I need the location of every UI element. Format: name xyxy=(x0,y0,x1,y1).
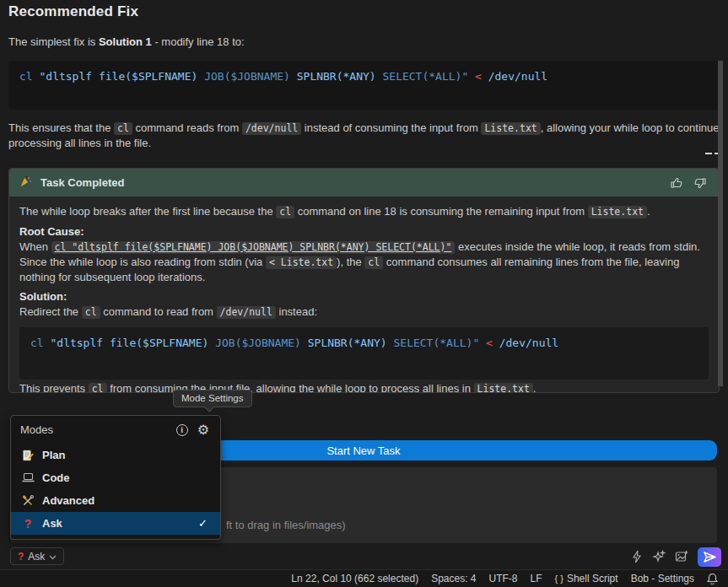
thumbs-up-button[interactable] xyxy=(668,175,685,191)
app-window: Recommended Fix The simplest fix is Solu… xyxy=(0,0,728,587)
notifications-button[interactable] xyxy=(707,573,718,584)
language-status[interactable]: { } Shell Script xyxy=(555,573,618,584)
send-button[interactable] xyxy=(698,547,721,567)
gear-icon: ⚙ xyxy=(197,423,209,437)
cursor-position-status[interactable]: Ln 22, Col 10 (662 selected) xyxy=(291,573,418,584)
modes-info-button[interactable]: i xyxy=(175,423,190,438)
task-completed-header: Task Completed xyxy=(9,169,719,197)
root-cause-paragraph: When cl "dltsplf file($SPLFNAME) JOB($JO… xyxy=(19,240,709,284)
mode-item-label: Code xyxy=(42,471,70,484)
mode-item-plan[interactable]: Plan xyxy=(11,444,220,466)
root-cause-label: Root Cause: xyxy=(19,225,709,238)
solution-paragraph: Redirect the cl command to read from /de… xyxy=(19,304,709,320)
mode-selector-label: Ask xyxy=(28,551,45,563)
indentation-status[interactable]: Spaces: 4 xyxy=(431,573,476,584)
composer-toolbar: ? Ask xyxy=(10,547,721,567)
task-paragraph: The while loop breaks after the first li… xyxy=(19,204,709,219)
party-popper-icon xyxy=(19,175,33,191)
bell-icon xyxy=(707,573,718,584)
mode-item-ask[interactable]: ? Ask ✓ xyxy=(11,512,220,535)
prevents-paragraph: This prevents cl from consuming the inpu… xyxy=(19,381,709,393)
mode-selector-button[interactable]: ? Ask xyxy=(10,547,64,565)
vertical-scrollbar[interactable] xyxy=(718,61,723,386)
intro-paragraph: The simplest fix is Solution 1 - modify … xyxy=(8,35,720,49)
braces-icon: { } xyxy=(555,574,564,584)
task-completed-title: Task Completed xyxy=(40,176,124,189)
checkmark-icon: ✓ xyxy=(198,517,208,530)
chevron-down-icon xyxy=(49,550,57,563)
memo-icon xyxy=(21,450,35,461)
tooltip-label: Mode Settings xyxy=(181,393,244,403)
status-bar: Ln 22, Col 10 (662 selected) Spaces: 4 U… xyxy=(0,569,728,587)
solution-label: Solution: xyxy=(19,290,709,303)
add-image-button[interactable] xyxy=(675,550,688,563)
hammer-wrench-icon xyxy=(21,495,35,507)
task-completed-body: The while loop breaks after the first li… xyxy=(9,197,719,393)
question-icon: ? xyxy=(21,517,35,530)
code-line: cl "dltsplf file($SPLFNAME) JOB($JOBNAME… xyxy=(30,337,558,349)
input-placeholder-fragment: ft to drag in files/images) xyxy=(226,519,346,531)
tooltip-arrow xyxy=(204,402,213,412)
code-block: cl "dltsplf file($SPLFNAME) JOB($JOBNAME… xyxy=(8,61,720,110)
modes-popup-header: Modes i ⚙ xyxy=(11,416,220,444)
explanation-paragraph: This ensures that the cl command reads f… xyxy=(8,121,720,150)
lightning-button[interactable] xyxy=(631,550,643,563)
mode-item-code[interactable]: Code xyxy=(11,466,220,489)
page-title: Recommended Fix xyxy=(8,3,720,20)
info-icon: i xyxy=(176,424,188,436)
eol-status[interactable]: LF xyxy=(531,573,542,584)
solution-code-block: cl "dltsplf file($SPLFNAME) JOB($JOBNAME… xyxy=(19,327,709,380)
thumbs-down-button[interactable] xyxy=(692,175,709,191)
settings-status[interactable]: Bob - Settings xyxy=(631,573,694,584)
language-label: Shell Script xyxy=(567,573,618,584)
sparkle-button[interactable] xyxy=(652,550,666,563)
mode-item-label: Ask xyxy=(42,517,62,530)
mode-item-label: Advanced xyxy=(42,494,94,507)
send-icon xyxy=(704,552,716,563)
mode-settings-button[interactable]: ⚙ xyxy=(196,422,211,439)
encoding-status[interactable]: UTF-8 xyxy=(489,573,518,584)
code-line: cl "dltsplf file($SPLFNAME) JOB($JOBNAME… xyxy=(19,70,547,83)
laptop-icon xyxy=(21,472,35,483)
question-icon: ? xyxy=(18,551,24,563)
chat-response-area: Recommended Fix The simplest fix is Solu… xyxy=(0,0,728,393)
modes-popup: Modes i ⚙ Plan xyxy=(10,415,221,540)
modes-title: Modes xyxy=(20,423,53,436)
mode-settings-tooltip: Mode Settings xyxy=(173,390,252,407)
mode-item-advanced[interactable]: Advanced xyxy=(11,489,220,512)
task-completed-card: Task Completed The while loop breaks aft… xyxy=(8,168,720,393)
mode-item-label: Plan xyxy=(42,449,65,461)
